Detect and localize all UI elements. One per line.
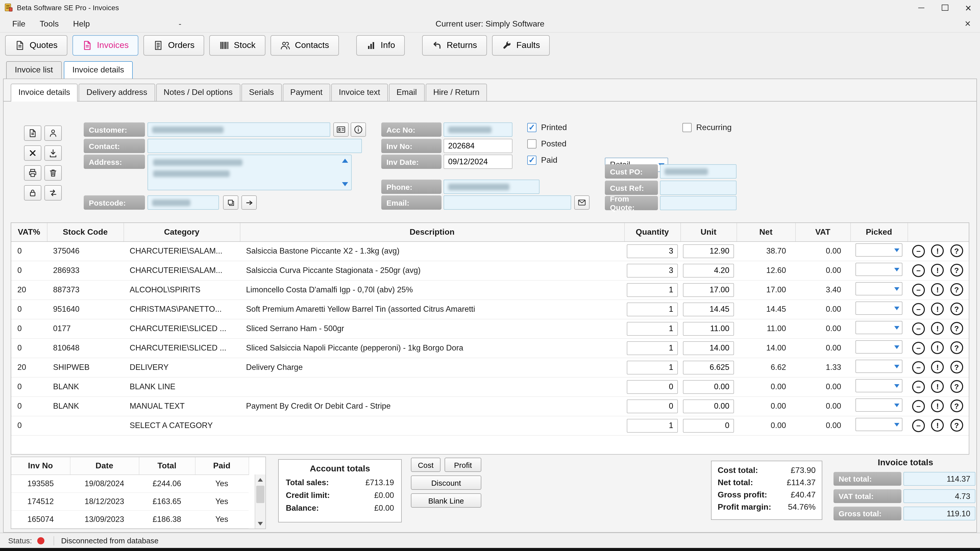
history-row[interactable]: 193585 19/08/2024 £244.06 Yes: [11, 475, 248, 492]
maximize-button[interactable]: [933, 0, 956, 15]
minimize-button[interactable]: [910, 0, 933, 15]
panel-close-icon[interactable]: [961, 18, 975, 30]
contacts-button[interactable]: Contacts: [270, 35, 339, 56]
unit-input[interactable]: [683, 302, 734, 316]
faults-button[interactable]: Faults: [492, 35, 550, 56]
line-warning-icon[interactable]: [931, 380, 944, 393]
history-scrollbar[interactable]: [255, 475, 266, 529]
line-help-icon[interactable]: [950, 341, 963, 354]
cust-ref-field[interactable]: [660, 181, 737, 195]
menu-help[interactable]: Help: [66, 17, 97, 30]
paid-checkbox[interactable]: [527, 156, 536, 165]
line-warning-icon[interactable]: [931, 419, 944, 432]
remove-line-icon[interactable]: [912, 303, 925, 316]
history-row[interactable]: 174512 18/12/2023 £163.65 Yes: [11, 492, 248, 510]
line-help-icon[interactable]: [950, 380, 963, 393]
line-help-icon[interactable]: [950, 245, 963, 257]
line-warning-icon[interactable]: [931, 322, 944, 335]
info-button[interactable]: Info: [356, 35, 405, 56]
quantity-input[interactable]: [627, 322, 678, 335]
tab-inner-invoice-details[interactable]: Invoice details: [11, 84, 78, 102]
unit-input[interactable]: [683, 360, 734, 374]
remove-line-icon[interactable]: [912, 419, 925, 432]
unit-input[interactable]: [683, 419, 734, 432]
quantity-input[interactable]: [627, 360, 678, 374]
unit-input[interactable]: [683, 264, 734, 277]
blank-line-button[interactable]: Blank Line: [411, 493, 481, 508]
unit-input[interactable]: [683, 380, 734, 394]
tab-invoice-text[interactable]: Invoice text: [331, 84, 388, 101]
contact-field[interactable]: [148, 139, 362, 153]
acc-no-field[interactable]: [444, 122, 512, 137]
phone-field[interactable]: [444, 179, 539, 194]
tab-invoice-list[interactable]: Invoice list: [6, 61, 62, 79]
tab-serials[interactable]: Serials: [241, 84, 282, 101]
transfer-button[interactable]: [45, 185, 62, 200]
posted-checkbox[interactable]: [527, 139, 536, 148]
line-help-icon[interactable]: [950, 361, 963, 373]
quantity-input[interactable]: [627, 399, 678, 413]
picked-dropdown[interactable]: [856, 243, 902, 257]
line-help-icon[interactable]: [950, 303, 963, 315]
line-warning-icon[interactable]: [931, 264, 944, 276]
remove-line-icon[interactable]: [912, 381, 925, 393]
scroll-down-icon[interactable]: [255, 518, 266, 529]
remove-line-icon[interactable]: [912, 322, 925, 335]
history-row[interactable]: 165074 13/09/2023 £186.38 Yes: [11, 510, 248, 528]
recurring-checkbox[interactable]: [682, 123, 692, 132]
unit-input[interactable]: [683, 399, 734, 413]
send-email-button[interactable]: [574, 195, 590, 210]
remove-line-icon[interactable]: [912, 245, 925, 258]
line-warning-icon[interactable]: [931, 245, 944, 257]
scroll-up-icon[interactable]: [255, 475, 266, 485]
lock-button[interactable]: [24, 185, 41, 200]
scrollbar-thumb[interactable]: [256, 486, 264, 503]
line-help-icon[interactable]: [950, 400, 963, 412]
discount-button[interactable]: Discount: [411, 475, 481, 490]
customer-info-button[interactable]: [351, 122, 366, 137]
picked-dropdown[interactable]: [856, 282, 902, 295]
picked-dropdown[interactable]: [856, 302, 902, 315]
tab-notes-del-options[interactable]: Notes / Del options: [156, 84, 240, 101]
email-field[interactable]: [444, 195, 571, 210]
unit-input[interactable]: [683, 283, 734, 297]
quantity-input[interactable]: [627, 419, 678, 432]
cust-po-field[interactable]: [660, 164, 737, 179]
stock-button[interactable]: Stock: [209, 35, 265, 56]
delete-line-button[interactable]: [45, 165, 62, 181]
profit-button[interactable]: Profit: [445, 457, 481, 472]
line-warning-icon[interactable]: [931, 341, 944, 354]
tab-hire-return[interactable]: Hire / Return: [425, 84, 487, 101]
new-invoice-button[interactable]: [24, 125, 41, 141]
menu-tools[interactable]: Tools: [33, 17, 66, 30]
save-invoice-button[interactable]: [45, 145, 62, 161]
line-warning-icon[interactable]: [931, 303, 944, 315]
line-warning-icon[interactable]: [931, 283, 944, 296]
tab-invoice-details[interactable]: Invoice details: [64, 61, 133, 79]
unit-input[interactable]: [683, 341, 734, 355]
line-help-icon[interactable]: [950, 264, 963, 276]
picked-dropdown[interactable]: [856, 418, 902, 431]
postcode-field[interactable]: [148, 195, 219, 210]
unit-input[interactable]: [683, 322, 734, 335]
remove-line-icon[interactable]: [912, 342, 925, 354]
close-button[interactable]: [956, 0, 980, 15]
picked-dropdown[interactable]: [856, 321, 902, 334]
quotes-button[interactable]: Quotes: [5, 35, 67, 56]
remove-line-icon[interactable]: [912, 400, 925, 413]
customer-field[interactable]: [148, 122, 330, 137]
delete-invoice-button[interactable]: [24, 145, 41, 161]
line-help-icon[interactable]: [950, 283, 963, 296]
remove-line-icon[interactable]: [912, 361, 925, 374]
customer-button[interactable]: [45, 125, 62, 141]
quantity-input[interactable]: [627, 244, 678, 258]
menu-file[interactable]: File: [5, 17, 33, 30]
line-help-icon[interactable]: [950, 419, 963, 432]
tab-delivery-address[interactable]: Delivery address: [79, 84, 155, 101]
line-help-icon[interactable]: [950, 322, 963, 335]
picked-dropdown[interactable]: [856, 340, 902, 354]
quantity-input[interactable]: [627, 302, 678, 316]
orders-button[interactable]: Orders: [143, 35, 204, 56]
remove-line-icon[interactable]: [912, 264, 925, 277]
copy-postcode-button[interactable]: [223, 195, 239, 210]
